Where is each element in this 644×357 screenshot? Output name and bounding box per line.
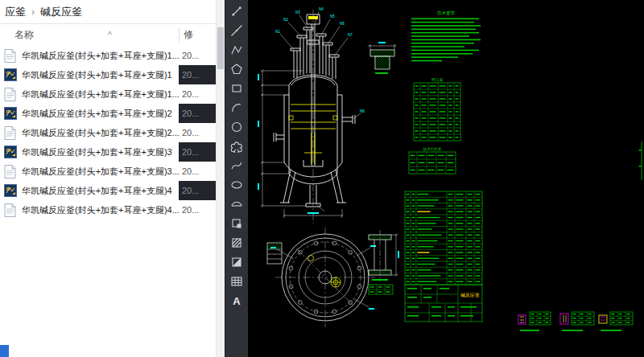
file-name: 华凯碱反应釜(封头+加套+耳座+支腿)1... xyxy=(22,50,179,62)
document-file-icon xyxy=(4,203,18,217)
tool-construction-line-icon[interactable] xyxy=(228,22,246,39)
file-row[interactable]: 华凯碱反应釜(封头+加套+耳座+支腿)3... 20... xyxy=(0,162,216,181)
file-name: 华凯碱反应釜(封头+加套+耳座+支腿)2 xyxy=(22,108,179,120)
file-date: 20... xyxy=(179,65,216,84)
cad-canvas[interactable]: N1 N2 N3 N4 N5 N6 N7 N8 xyxy=(248,0,644,357)
file-name: 华凯碱反应釜(封头+加套+耳座+支腿)4... xyxy=(22,204,179,216)
breadcrumb: 应釜 › 碱反应釜 xyxy=(0,0,216,24)
dwg-file-icon xyxy=(4,107,18,121)
dwg-file-icon xyxy=(4,68,18,82)
svg-text:N2: N2 xyxy=(283,18,288,22)
application-window: 应釜 › 碱反应釜 名称 ^ 修 华凯碱反应釜(封头+加套+耳座+支腿)1...… xyxy=(0,0,644,357)
svg-text:N8: N8 xyxy=(360,109,365,113)
sort-ascending-icon[interactable]: ^ xyxy=(108,31,112,39)
tool-line-icon[interactable] xyxy=(228,2,246,20)
svg-text:N4: N4 xyxy=(319,7,324,11)
file-row[interactable]: 华凯碱反应釜(封头+加套+耳座+支腿)2... 20... xyxy=(0,123,216,142)
tool-text-icon[interactable]: A xyxy=(228,292,246,310)
tool-hatch-icon[interactable] xyxy=(228,234,246,252)
list-header: 名称 ^ 修 xyxy=(0,24,216,46)
file-date: 20... xyxy=(179,181,216,200)
file-date: 20... xyxy=(179,46,216,65)
svg-text:N1: N1 xyxy=(275,30,280,34)
svg-text:N3: N3 xyxy=(295,10,300,14)
file-name: 华凯碱反应釜(封头+加套+耳座+支腿)1 xyxy=(22,69,179,81)
file-row[interactable]: 华凯碱反应釜(封头+加套+耳座+支腿)1 20... xyxy=(0,65,216,84)
svg-text:A: A xyxy=(233,295,241,307)
svg-text:技术要求: 技术要求 xyxy=(437,10,456,16)
document-file-icon xyxy=(4,165,18,178)
document-file-icon xyxy=(4,49,18,63)
tool-ellipse-icon[interactable] xyxy=(228,176,246,194)
column-header-name[interactable]: 名称 xyxy=(0,28,34,42)
svg-text:碱反应釜: 碱反应釜 xyxy=(460,292,480,298)
file-list: 华凯碱反应釜(封头+加套+耳座+支腿)1... 20... 华凯碱反应釜(封头+… xyxy=(0,46,216,357)
dwg-file-icon xyxy=(4,146,18,159)
file-date: 20... xyxy=(179,162,216,181)
svg-text:N7: N7 xyxy=(348,33,353,37)
tool-arc-icon[interactable] xyxy=(228,99,246,117)
file-row[interactable]: 华凯碱反应釜(封头+加套+耳座+支腿)4... 20... xyxy=(0,200,216,220)
tool-polyline-icon[interactable] xyxy=(228,41,246,59)
file-row[interactable]: 华凯碱反应釜(封头+加套+耳座+支腿)2 20... xyxy=(0,104,216,123)
tool-spline-icon[interactable] xyxy=(228,157,246,174)
column-header-modified[interactable]: 修 xyxy=(184,28,193,42)
tool-circle-icon[interactable] xyxy=(228,118,246,136)
file-date: 20... xyxy=(179,142,216,162)
cad-draw-toolbar: A xyxy=(225,0,248,357)
tool-table-icon[interactable] xyxy=(228,273,246,290)
tool-ellipse-arc-icon[interactable] xyxy=(228,195,246,213)
breadcrumb-separator-icon: › xyxy=(31,6,35,18)
tool-revision-cloud-icon[interactable] xyxy=(228,137,246,155)
taskbar-corner xyxy=(0,345,9,357)
breadcrumb-current[interactable]: 碱反应釜 xyxy=(40,5,82,19)
file-row[interactable]: 华凯碱反应釜(封头+加套+耳座+支腿)1... 20... xyxy=(0,46,216,65)
column-divider[interactable] xyxy=(179,27,180,43)
file-row[interactable]: 华凯碱反应釜(封头+加套+耳座+支腿)4 20... xyxy=(0,181,216,200)
file-browser-panel: 应釜 › 碱反应釜 名称 ^ 修 华凯碱反应釜(封头+加套+耳座+支腿)1...… xyxy=(0,0,216,357)
svg-text:管口表: 管口表 xyxy=(431,77,444,83)
tool-insert-block-icon[interactable] xyxy=(228,215,246,232)
file-date: 20... xyxy=(179,123,216,142)
file-date: 20... xyxy=(179,104,216,123)
svg-text:N5: N5 xyxy=(330,14,335,18)
file-row[interactable]: 华凯碱反应釜(封头+加套+耳座+支腿)1... 20... xyxy=(0,84,216,104)
breadcrumb-root[interactable]: 应釜 xyxy=(5,5,26,19)
document-file-icon xyxy=(4,126,18,140)
tool-gradient-icon[interactable] xyxy=(228,253,246,271)
file-name: 华凯碱反应釜(封头+加套+耳座+支腿)4 xyxy=(22,185,179,197)
file-name: 华凯碱反应釜(封头+加套+耳座+支腿)3 xyxy=(22,146,179,158)
file-list-scrollbar[interactable] xyxy=(216,0,225,357)
file-row[interactable]: 华凯碱反应釜(封头+加套+耳座+支腿)3 20... xyxy=(0,142,216,162)
dwg-file-icon xyxy=(4,184,18,198)
tool-polygon-icon[interactable] xyxy=(228,60,246,78)
scrollbar-thumb[interactable] xyxy=(217,27,224,69)
file-name: 华凯碱反应釜(封头+加套+耳座+支腿)1... xyxy=(22,88,179,101)
svg-text:N6: N6 xyxy=(340,22,345,26)
tool-rectangle-icon[interactable] xyxy=(228,80,246,97)
file-name: 华凯碱反应釜(封头+加套+耳座+支腿)2... xyxy=(22,127,179,139)
file-name: 华凯碱反应釜(封头+加套+耳座+支腿)3... xyxy=(22,166,179,178)
document-file-icon xyxy=(4,88,18,101)
file-date: 20... xyxy=(179,84,216,104)
file-date: 20... xyxy=(179,200,216,220)
